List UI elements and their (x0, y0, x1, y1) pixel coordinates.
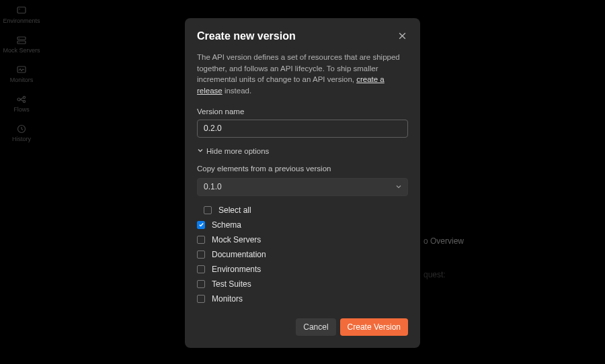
monitors-checkbox[interactable] (197, 295, 205, 303)
test-suites-checkbox[interactable] (197, 280, 205, 288)
copy-item-label: Mock Servers (212, 235, 261, 244)
chevron-down-icon (395, 181, 402, 193)
copy-item-label: Monitors (212, 294, 243, 304)
previous-version-selected: 0.1.0 (204, 182, 222, 191)
copy-item-documentation[interactable]: Documentation (197, 250, 408, 259)
documentation-checkbox[interactable] (197, 251, 205, 259)
copy-item-environments[interactable]: Environments (197, 265, 408, 274)
modal-header: Create new version (197, 30, 408, 44)
modal-title: Create new version (197, 30, 296, 42)
copy-item-label: Documentation (212, 250, 266, 259)
copy-item-mock-servers[interactable]: Mock Servers (197, 235, 408, 244)
copy-elements-label: Copy elements from a previous version (197, 165, 408, 173)
version-name-label: Version name (197, 107, 408, 116)
copy-item-label: Schema (212, 220, 241, 230)
hide-more-options-label: Hide more options (206, 147, 269, 155)
copy-elements-checklist: Select all Schema Mock Servers Documenta… (197, 206, 408, 304)
modal-actions: Cancel Create Version (197, 318, 408, 336)
select-all-label: Select all (218, 206, 251, 215)
cancel-button[interactable]: Cancel (296, 318, 335, 336)
mock-servers-checkbox[interactable] (197, 236, 205, 244)
modal-desc-suffix: instead. (223, 87, 251, 95)
create-version-modal: Create new version The API version defin… (185, 18, 420, 348)
environments-checkbox[interactable] (197, 265, 205, 273)
close-icon (398, 32, 407, 42)
select-all-checkbox[interactable] (204, 206, 212, 214)
copy-item-label: Environments (212, 265, 261, 274)
version-name-input[interactable] (197, 120, 408, 138)
previous-version-select-wrap: 0.1.0 (197, 178, 408, 196)
select-all-row[interactable]: Select all (197, 206, 408, 215)
copy-item-monitors[interactable]: Monitors (197, 294, 408, 304)
chevron-down-icon (197, 147, 204, 155)
previous-version-select[interactable]: 0.1.0 (197, 178, 408, 196)
copy-item-schema[interactable]: Schema (197, 220, 408, 230)
create-version-button[interactable]: Create Version (340, 318, 408, 336)
close-button[interactable] (397, 30, 408, 44)
copy-item-label: Test Suites (212, 279, 251, 289)
schema-checkbox[interactable] (197, 221, 205, 229)
copy-item-test-suites[interactable]: Test Suites (197, 279, 408, 289)
hide-more-options-toggle[interactable]: Hide more options (197, 147, 269, 155)
modal-description: The API version defines a set of resourc… (197, 52, 408, 97)
